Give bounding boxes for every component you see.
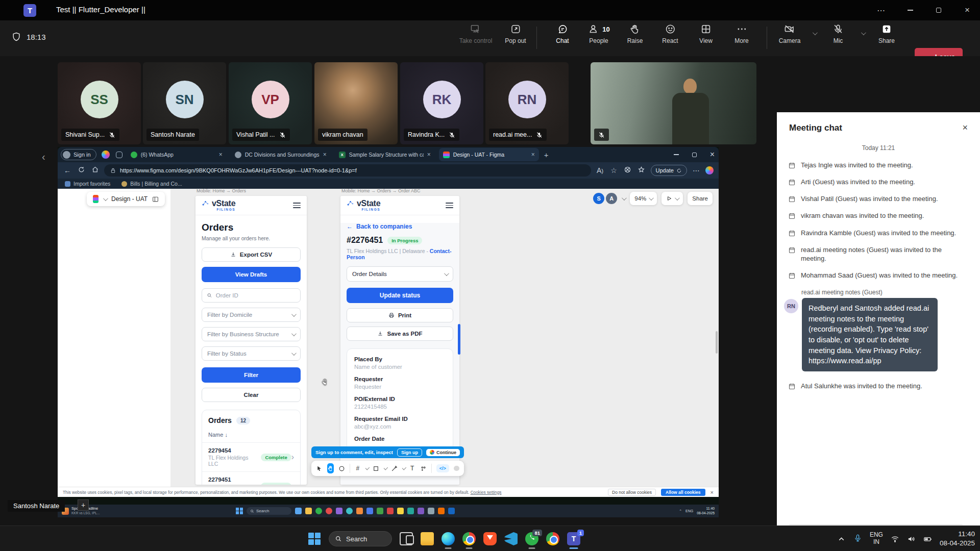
export-csv-button[interactable]: Export CSV: [202, 247, 301, 262]
cookie-settings-link[interactable]: Cookies settings: [471, 490, 502, 495]
dev-mode-icon[interactable]: </>: [436, 464, 449, 472]
layout-panel-icon[interactable]: [152, 196, 159, 203]
browser-minimize-button[interactable]: [674, 154, 679, 155]
react-button[interactable]: React: [662, 23, 678, 44]
app-icon[interactable]: [428, 508, 434, 514]
browser-icon[interactable]: [546, 532, 559, 545]
new-tab-button[interactable]: +: [544, 151, 549, 159]
order-details-select[interactable]: Order Details: [347, 266, 453, 282]
tab-close-icon[interactable]: ×: [219, 151, 223, 158]
browser-tab[interactable]: DC Divisions and Surroundings×: [231, 148, 331, 161]
canvas-scrollbar[interactable]: [716, 331, 718, 354]
tab-close-icon[interactable]: ×: [427, 151, 431, 158]
chevron-up-icon[interactable]: ⌃: [679, 509, 682, 513]
tab-close-icon[interactable]: ×: [531, 151, 535, 158]
app-icon[interactable]: [397, 508, 404, 514]
mic-button[interactable]: Mic: [832, 23, 844, 44]
window-minimize-button[interactable]: [898, 0, 922, 20]
tiles-scroll-left-chevron[interactable]: ‹: [42, 151, 45, 163]
chevron-down-icon[interactable]: [402, 465, 406, 469]
pop-out-button[interactable]: Pop out: [505, 23, 526, 44]
app-icon[interactable]: [346, 508, 353, 514]
tray-chevron-up-icon[interactable]: [837, 535, 846, 543]
browser-maximize-button[interactable]: [692, 153, 697, 157]
app-icon[interactable]: [418, 508, 424, 514]
present-button[interactable]: [662, 192, 683, 205]
share-button[interactable]: Share: [878, 23, 895, 44]
spotlight-participant-tile[interactable]: [591, 62, 756, 144]
people-button[interactable]: 10 People: [587, 23, 609, 44]
browser-update-button[interactable]: Update: [651, 165, 687, 176]
app-icon[interactable]: [326, 508, 332, 514]
tab-close-icon[interactable]: ×: [323, 151, 327, 158]
google-continue-button[interactable]: Continue: [426, 449, 460, 456]
chevron-down-icon[interactable]: [675, 195, 680, 201]
hamburger-menu-icon[interactable]: [293, 201, 301, 210]
order-row[interactable]: 2279454TL Flex Holdings LLC Complete ›: [202, 442, 300, 471]
language-indicator[interactable]: ENGIN: [870, 532, 883, 546]
back-icon[interactable]: ←: [63, 166, 72, 174]
order-row[interactable]: 2279451TL Flex Holdings LLC Complete ›: [202, 471, 300, 485]
filter-business-structure-select[interactable]: Filter by Business Structure: [202, 327, 301, 341]
browser-menu-dots-icon[interactable]: ⋯: [692, 166, 701, 174]
app-icon[interactable]: [336, 508, 342, 514]
app-icon[interactable]: [366, 508, 373, 514]
chevron-down-icon[interactable]: [365, 465, 370, 469]
mic-options-chevron[interactable]: [861, 30, 866, 35]
app-icon[interactable]: [305, 508, 312, 514]
window-maximize-button[interactable]: [927, 0, 950, 20]
filter-status-select[interactable]: Filter by Status: [202, 346, 301, 361]
address-bar[interactable]: https://www.figma.com/design/9BKQ0FOHRWa…: [104, 164, 591, 177]
browser-essentials-icon[interactable]: [623, 166, 632, 175]
figma-partial-frame[interactable]: [58, 189, 170, 487]
chevron-down-icon[interactable]: [103, 196, 108, 201]
tray-mic-icon[interactable]: [853, 534, 862, 544]
start-icon[interactable]: [236, 508, 243, 515]
browser-tab[interactable]: X Sample Salary Structure with calc×: [335, 148, 435, 161]
app-icon[interactable]: [387, 508, 394, 514]
comment-tool-icon[interactable]: [338, 463, 345, 473]
taskbar-search[interactable]: Search: [329, 531, 392, 546]
favorite-star-icon[interactable]: ☆: [609, 166, 619, 174]
battery-icon[interactable]: [923, 535, 932, 543]
reload-icon[interactable]: [77, 166, 86, 175]
figma-canvas[interactable]: Mobile: Home → Orders vStateFILINGS Orde…: [58, 189, 719, 487]
app-icon[interactable]: [448, 508, 455, 514]
camera-options-chevron[interactable]: [813, 30, 818, 35]
teams-taskbar-icon[interactable]: T 1: [567, 532, 580, 545]
vscode-icon[interactable]: [504, 532, 518, 545]
chat-close-icon[interactable]: ×: [962, 122, 968, 133]
favorites-bookmark[interactable]: Bills | Billing and Co...: [121, 181, 182, 187]
browser-profile-button[interactable]: Sign in: [61, 149, 96, 160]
frame-breadcrumb[interactable]: Mobile: Home → Orders: [197, 189, 246, 193]
chat-button[interactable]: Chat: [556, 23, 569, 44]
participant-tile[interactable]: SN Santosh Narate: [143, 62, 226, 144]
hamburger-menu-icon[interactable]: [446, 201, 453, 210]
filter-button[interactable]: Filter: [202, 367, 301, 383]
browser-tab[interactable]: (6) WhatsApp×: [127, 148, 227, 161]
app-icon[interactable]: [295, 508, 302, 514]
taskbar-clock[interactable]: 11:40 08-04-2025: [940, 530, 975, 547]
more-button[interactable]: More: [734, 23, 748, 44]
clear-button[interactable]: Clear: [202, 388, 301, 402]
language-indicator[interactable]: ENG: [685, 509, 693, 513]
chevron-down-icon[interactable]: [622, 195, 627, 201]
view-drafts-button[interactable]: View Drafts: [202, 267, 301, 282]
view-button[interactable]: View: [699, 23, 713, 44]
presenter-pin-button[interactable]: +: [78, 499, 89, 511]
dev-mode-toggle[interactable]: [454, 466, 459, 471]
hand-tool-icon[interactable]: [327, 463, 334, 473]
chevron-down-icon[interactable]: [384, 465, 388, 469]
task-view-icon[interactable]: [400, 532, 413, 545]
browser-close-button[interactable]: ×: [710, 150, 715, 159]
favorites-bar-icon[interactable]: [637, 166, 646, 175]
order-id-input[interactable]: [216, 292, 296, 298]
start-button[interactable]: [308, 533, 321, 545]
app-icon[interactable]: [407, 508, 414, 514]
shape-tool-icon[interactable]: [373, 463, 379, 473]
back-to-companies-link[interactable]: ←Back to companies: [347, 223, 453, 230]
workspaces-icon[interactable]: [116, 152, 122, 158]
collaborator-avatar[interactable]: S: [593, 193, 604, 204]
copilot-icon[interactable]: [102, 151, 110, 159]
app-icon[interactable]: [356, 508, 363, 514]
